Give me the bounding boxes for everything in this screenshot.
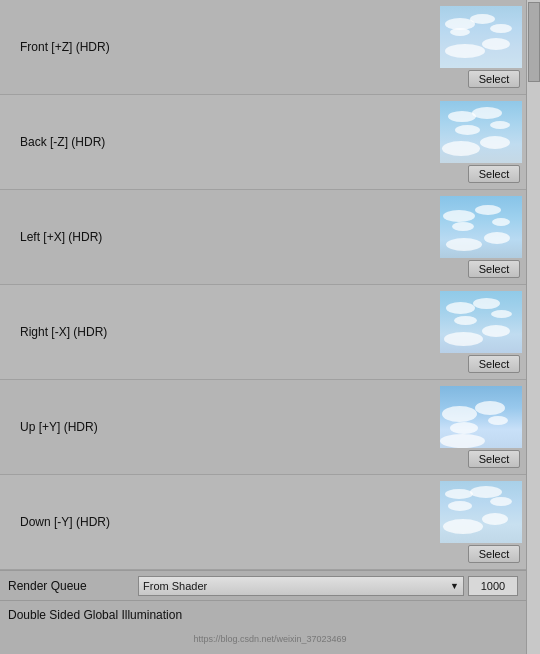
label-back: Back [-Z] (HDR) bbox=[0, 135, 436, 149]
thumbnail-left bbox=[440, 196, 522, 258]
content-area: Front [+Z] (HDR)SelectBack [-Z] (HDR)Sel… bbox=[0, 0, 526, 654]
label-up: Up [+Y] (HDR) bbox=[0, 420, 436, 434]
render-queue-dropdown[interactable]: From Shader ▼ bbox=[138, 576, 464, 596]
thumbnail-front bbox=[440, 6, 522, 68]
row-back: Back [-Z] (HDR)Select bbox=[0, 95, 526, 190]
label-down: Down [-Y] (HDR) bbox=[0, 515, 436, 529]
double-sided-label: Double Sided Global Illumination bbox=[8, 608, 182, 622]
label-right: Right [-X] (HDR) bbox=[0, 325, 436, 339]
thumbnail-back bbox=[440, 101, 522, 163]
render-queue-row: Render Queue From Shader ▼ 1000 bbox=[0, 570, 526, 600]
label-front: Front [+Z] (HDR) bbox=[0, 40, 436, 54]
row-up: Up [+Y] (HDR)Select bbox=[0, 380, 526, 475]
preview-right: Select bbox=[436, 291, 526, 373]
row-right: Right [-X] (HDR)Select bbox=[0, 285, 526, 380]
scrollbar[interactable] bbox=[526, 0, 540, 654]
scrollbar-thumb[interactable] bbox=[528, 2, 540, 82]
select-button-right[interactable]: Select bbox=[468, 355, 520, 373]
preview-up: Select bbox=[436, 386, 526, 468]
select-button-left[interactable]: Select bbox=[468, 260, 520, 278]
row-down: Down [-Y] (HDR)Select bbox=[0, 475, 526, 570]
select-button-front[interactable]: Select bbox=[468, 70, 520, 88]
thumbnail-up bbox=[440, 386, 522, 448]
preview-front: Select bbox=[436, 6, 526, 88]
thumbnail-right bbox=[440, 291, 522, 353]
select-button-back[interactable]: Select bbox=[468, 165, 520, 183]
row-left: Left [+X] (HDR)Select bbox=[0, 190, 526, 285]
thumbnail-down bbox=[440, 481, 522, 543]
main-container: Front [+Z] (HDR)SelectBack [-Z] (HDR)Sel… bbox=[0, 0, 540, 654]
render-queue-number[interactable]: 1000 bbox=[468, 576, 518, 596]
render-queue-label: Render Queue bbox=[8, 579, 138, 593]
chevron-down-icon: ▼ bbox=[450, 581, 459, 591]
select-button-up[interactable]: Select bbox=[468, 450, 520, 468]
double-sided-row: Double Sided Global Illumination bbox=[0, 600, 526, 628]
row-front: Front [+Z] (HDR)Select bbox=[0, 0, 526, 95]
preview-left: Select bbox=[436, 196, 526, 278]
label-left: Left [+X] (HDR) bbox=[0, 230, 436, 244]
preview-back: Select bbox=[436, 101, 526, 183]
select-button-down[interactable]: Select bbox=[468, 545, 520, 563]
render-queue-dropdown-value: From Shader bbox=[143, 580, 207, 592]
preview-down: Select bbox=[436, 481, 526, 563]
